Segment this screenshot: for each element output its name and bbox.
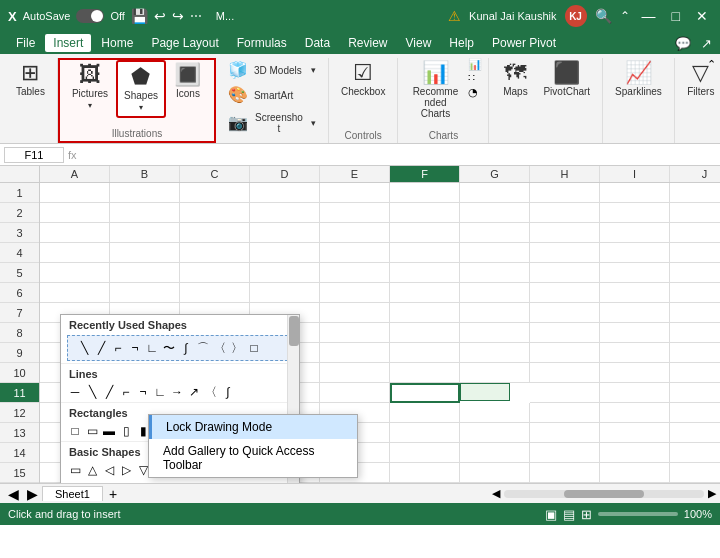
cell-g1[interactable] bbox=[460, 183, 530, 203]
basic-x[interactable]: ✕ bbox=[118, 482, 134, 483]
sheet-nav-right[interactable]: ▶ bbox=[23, 486, 42, 502]
formula-input[interactable] bbox=[81, 149, 716, 161]
line-arrow2[interactable]: ↗ bbox=[186, 384, 202, 400]
cell-f2[interactable] bbox=[390, 203, 460, 223]
cell-b2[interactable] bbox=[110, 203, 180, 223]
line-curve[interactable]: ∫ bbox=[220, 384, 236, 400]
more-tools-icon[interactable]: ⋯ bbox=[190, 9, 202, 23]
window-minimize-btn[interactable]: — bbox=[638, 8, 660, 24]
cell-j2[interactable] bbox=[670, 203, 720, 223]
cell-h1[interactable] bbox=[530, 183, 600, 203]
cell-d2[interactable] bbox=[250, 203, 320, 223]
ribbon-collapse-icon[interactable]: ⌃ bbox=[620, 9, 630, 23]
shape-line1[interactable]: ╲ bbox=[76, 340, 92, 356]
menu-power-pivot[interactable]: Power Pivot bbox=[484, 34, 564, 52]
menu-formulas[interactable]: Formulas bbox=[229, 34, 295, 52]
row-num-10[interactable]: 10 bbox=[0, 363, 39, 383]
cell-j1[interactable] bbox=[670, 183, 720, 203]
row-num-1[interactable]: 1 bbox=[0, 183, 39, 203]
cell-b1[interactable] bbox=[110, 183, 180, 203]
checkbox-button[interactable]: ☑ Checkbox bbox=[335, 58, 391, 101]
basic-grid2[interactable]: ⊞ bbox=[203, 482, 219, 483]
row-num-3[interactable]: 3 bbox=[0, 223, 39, 243]
col-header-g[interactable]: G bbox=[460, 166, 530, 182]
row-num-8[interactable]: 8 bbox=[0, 323, 39, 343]
cell-a1[interactable] bbox=[40, 183, 110, 203]
hscroll-track[interactable] bbox=[504, 490, 704, 498]
pictures-button[interactable]: 🖼 Pictures ▾ bbox=[66, 60, 114, 114]
line-angle3[interactable]: ∟ bbox=[152, 384, 168, 400]
basic-chk[interactable]: ☑ bbox=[101, 482, 117, 483]
comments-icon[interactable]: 💬 bbox=[675, 36, 691, 51]
shape-angle1[interactable]: ⌐ bbox=[110, 340, 126, 356]
tables-button[interactable]: ⊞ Tables bbox=[10, 58, 51, 101]
col-header-d[interactable]: D bbox=[250, 166, 320, 182]
cell-g11[interactable] bbox=[460, 383, 510, 401]
cell-g2[interactable] bbox=[460, 203, 530, 223]
context-add-gallery[interactable]: Add Gallery to Quick Access Toolbar bbox=[149, 439, 357, 477]
row-num-6[interactable]: 6 bbox=[0, 283, 39, 303]
menu-page-layout[interactable]: Page Layout bbox=[143, 34, 226, 52]
col-header-h[interactable]: H bbox=[530, 166, 600, 182]
avatar[interactable]: KJ bbox=[565, 5, 587, 27]
basic-rect[interactable]: ▭ bbox=[67, 462, 83, 478]
menu-data[interactable]: Data bbox=[297, 34, 338, 52]
page-break-view-btn[interactable]: ⊞ bbox=[581, 507, 592, 522]
basic-ellipse[interactable]: ⬭ bbox=[135, 482, 151, 483]
pivotchart-button[interactable]: ⬛ PivotChart bbox=[537, 58, 596, 101]
cell-a4[interactable] bbox=[40, 243, 110, 263]
line-angle1[interactable]: ⌐ bbox=[118, 384, 134, 400]
shape-bracket1[interactable]: 〈 bbox=[212, 340, 228, 356]
window-maximize-btn[interactable]: □ bbox=[668, 8, 684, 24]
row-num-4[interactable]: 4 bbox=[0, 243, 39, 263]
menu-home[interactable]: Home bbox=[93, 34, 141, 52]
cell-e11[interactable] bbox=[320, 383, 390, 403]
menu-file[interactable]: File bbox=[8, 34, 43, 52]
cell-c1[interactable] bbox=[180, 183, 250, 203]
ribbon-expand-btn[interactable]: ⌃ bbox=[707, 58, 716, 71]
row-num-9[interactable]: 9 bbox=[0, 343, 39, 363]
line-bracket[interactable]: 〈 bbox=[203, 384, 219, 400]
page-layout-view-btn[interactable]: ▤ bbox=[563, 507, 575, 522]
scrollbar-thumb[interactable] bbox=[289, 316, 299, 346]
line-arrow1[interactable]: → bbox=[169, 384, 185, 400]
col-header-c[interactable]: C bbox=[180, 166, 250, 182]
share-icon[interactable]: ↗ bbox=[701, 36, 712, 51]
shape-angle2[interactable]: ¬ bbox=[127, 340, 143, 356]
basic-sq2[interactable]: ⬛ bbox=[84, 482, 100, 483]
cell-a6[interactable] bbox=[40, 283, 110, 303]
3d-models-button[interactable]: 🧊 3D Models ▾ bbox=[222, 58, 322, 82]
cell-i11[interactable] bbox=[600, 383, 670, 403]
shape-wave[interactable]: 〜 bbox=[161, 340, 177, 356]
undo-icon[interactable]: ↩ bbox=[154, 8, 166, 24]
cell-e1[interactable] bbox=[320, 183, 390, 203]
redo-icon[interactable]: ↪ bbox=[172, 8, 184, 24]
basic-para[interactable]: ▷ bbox=[118, 462, 134, 478]
hscroll-right[interactable]: ▶ bbox=[708, 487, 716, 500]
shapes-button[interactable]: ⬟ Shapes ▾ bbox=[116, 60, 166, 118]
hscroll-thumb[interactable] bbox=[564, 490, 644, 498]
bar-chart-icon[interactable]: 📊 bbox=[468, 58, 482, 71]
shape-bracket2[interactable]: 〉 bbox=[229, 340, 245, 356]
screenshot-button[interactable]: 📷 Screenshot ▾ bbox=[222, 108, 322, 138]
hscroll-left[interactable]: ◀ bbox=[492, 487, 500, 500]
basic-sq[interactable]: ⬜ bbox=[67, 482, 83, 483]
autosave-toggle[interactable] bbox=[76, 9, 104, 23]
cell-h11[interactable] bbox=[530, 383, 600, 403]
basic-ellipse2[interactable]: ⬪ bbox=[152, 482, 168, 483]
menu-help[interactable]: Help bbox=[441, 34, 482, 52]
cell-i2[interactable] bbox=[600, 203, 670, 223]
line-diag2[interactable]: ╱ bbox=[101, 384, 117, 400]
basic-frame[interactable]: ⬫ bbox=[169, 482, 185, 483]
row-num-5[interactable]: 5 bbox=[0, 263, 39, 283]
row-num-7[interactable]: 7 bbox=[0, 303, 39, 323]
rect-2[interactable]: ▭ bbox=[84, 423, 100, 439]
cell-a5[interactable] bbox=[40, 263, 110, 283]
pie-chart-icon[interactable]: ◔ bbox=[468, 86, 482, 99]
col-header-a[interactable]: A bbox=[40, 166, 110, 182]
rect-4[interactable]: ▯ bbox=[118, 423, 134, 439]
row-num-13[interactable]: 13 bbox=[0, 423, 39, 443]
cell-a3[interactable] bbox=[40, 223, 110, 243]
rect-3[interactable]: ▬ bbox=[101, 423, 117, 439]
cell-reference-box[interactable] bbox=[4, 147, 64, 163]
